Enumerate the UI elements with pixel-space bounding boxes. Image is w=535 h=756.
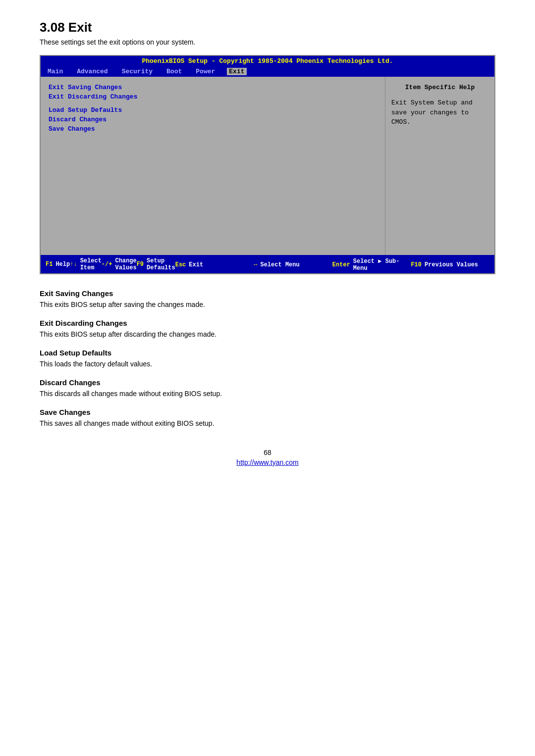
doc-exit-saving-changes: Exit Saving Changes This exits BIOS setu… [40, 289, 495, 310]
desc-exit: Exit [189, 261, 203, 268]
status-enter: Enter Select ▶ Sub-Menu [332, 257, 411, 272]
doc-title-load-setup-defaults: Load Setup Defaults [40, 349, 495, 357]
nav-main[interactable]: Main [46, 68, 65, 75]
bios-help-panel: Item Specific Help Exit System Setup and… [385, 77, 494, 255]
doc-exit-discarding-changes: Exit Discarding Changes This exits BIOS … [40, 319, 495, 340]
desc-change-values: Change Values [115, 257, 136, 271]
key-f9: F9 [137, 261, 144, 268]
menu-exit-saving-changes[interactable]: Exit Saving Changes [49, 84, 377, 91]
bios-title-bar: PhoenixBIOS Setup - Copyright 1985-2004 … [41, 56, 494, 66]
status-f9: F9 Setup Defaults [137, 256, 175, 272]
key-f10: F10 [411, 261, 422, 268]
key-esc: Esc [175, 261, 186, 268]
status-plusminus: -/+ Change Values [102, 256, 137, 272]
status-updown: ↑↓ Select Item [70, 256, 102, 272]
menu-discard-changes[interactable]: Discard Changes [49, 116, 377, 123]
bios-main-panel: Exit Saving Changes Exit Discarding Chan… [41, 77, 385, 255]
page-number: 68 [40, 449, 495, 456]
status-esc: Esc Exit [175, 257, 254, 272]
doc-load-setup-defaults: Load Setup Defaults This loads the facto… [40, 349, 495, 369]
key-updown: ↑↓ [70, 261, 77, 268]
bios-nav-bar: Main Advanced Security Boot Power Exit [41, 66, 494, 77]
key-plusminus: -/+ [102, 261, 112, 268]
doc-body-save-changes: This saves all changes made without exit… [40, 418, 495, 429]
nav-exit[interactable]: Exit [227, 68, 246, 75]
desc-previous-values: Previous Values [425, 261, 478, 268]
page-subtitle: These settings set the exit options on y… [40, 38, 495, 46]
menu-save-changes[interactable]: Save Changes [49, 125, 377, 133]
doc-body-exit-discarding-changes: This exits BIOS setup after discarding t… [40, 329, 495, 340]
page-footer: 68 http://www.tyan.com [40, 449, 495, 466]
nav-boot[interactable]: Boot [164, 68, 184, 75]
doc-title-save-changes: Save Changes [40, 408, 495, 416]
bios-screen: PhoenixBIOS Setup - Copyright 1985-2004 … [40, 55, 495, 274]
key-enter: Enter [332, 261, 350, 268]
nav-security[interactable]: Security [120, 68, 155, 75]
key-leftright: ↔ [254, 261, 257, 268]
doc-save-changes: Save Changes This saves all changes made… [40, 408, 495, 429]
key-f1: F1 [46, 261, 53, 268]
status-leftright: ↔ Select Menu [254, 257, 332, 272]
nav-power[interactable]: Power [194, 68, 217, 75]
desc-sub-menu: Select ▶ Sub-Menu [353, 257, 411, 272]
desc-help: Help [55, 261, 70, 268]
doc-title-exit-discarding-changes: Exit Discarding Changes [40, 319, 495, 327]
doc-body-discard-changes: This discards all changes made without e… [40, 389, 495, 399]
doc-body-load-setup-defaults: This loads the factory default values. [40, 359, 495, 369]
bios-status-bar: F1 Help ↑↓ Select Item -/+ Change Values… [41, 255, 494, 273]
desc-setup-defaults: Setup Defaults [147, 257, 175, 271]
desc-select-item: Select Item [80, 257, 102, 271]
menu-load-setup-defaults[interactable]: Load Setup Defaults [49, 106, 377, 114]
status-f10: F10 Previous Values [411, 257, 489, 272]
menu-exit-discarding-changes[interactable]: Exit Discarding Changes [49, 93, 377, 101]
doc-title-discard-changes: Discard Changes [40, 378, 495, 387]
menu-spacer-1 [49, 102, 377, 106]
doc-discard-changes: Discard Changes This discards all change… [40, 378, 495, 399]
nav-advanced[interactable]: Advanced [75, 68, 109, 75]
doc-title-exit-saving-changes: Exit Saving Changes [40, 289, 495, 298]
bios-help-title: Item Specific Help [391, 84, 488, 91]
bios-content: Exit Saving Changes Exit Discarding Chan… [41, 77, 494, 255]
status-f1: F1 Help [46, 256, 70, 272]
desc-select-menu: Select Menu [260, 261, 299, 268]
doc-body-exit-saving-changes: This exits BIOS setup after saving the c… [40, 300, 495, 310]
footer-url[interactable]: http://www.tyan.com [236, 458, 298, 466]
bios-help-text: Exit System Setup and save your changes … [391, 98, 488, 127]
page-title: 3.08 Exit [40, 20, 495, 35]
